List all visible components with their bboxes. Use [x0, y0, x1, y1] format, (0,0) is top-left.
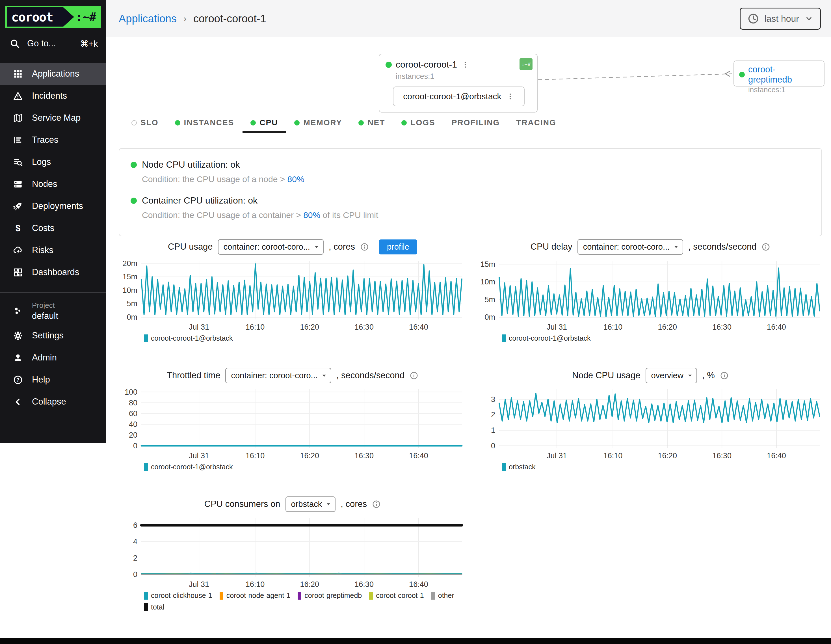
chart-plot-cpu-consumers-on[interactable]: Jul 3116:1016:2016:3016:400246: [119, 514, 466, 591]
sidebar-item-help[interactable]: ?Help: [0, 369, 106, 391]
risks-icon: [13, 245, 23, 255]
goto-search[interactable]: Go to... ⌘+k: [10, 38, 98, 49]
chart-unit-label: , cores: [329, 242, 355, 252]
sidebar-item-label: Incidents: [32, 91, 67, 101]
kebab-menu-icon-slot[interactable]: [461, 61, 470, 69]
instance-box-orbstack[interactable]: coroot-coroot-1@orbstack: [393, 86, 525, 106]
legend-item-coroot-greptimedb[interactable]: coroot-greptimedb: [298, 591, 362, 599]
linked-card-coroot-greptimedb[interactable]: coroot-greptimedb instances:1: [734, 61, 825, 86]
chart-plot-node-cpu-usage[interactable]: Jul 3116:1016:2016:3016:400123: [476, 385, 824, 462]
check-status-dot: [131, 198, 137, 204]
dashboard-icon: [13, 268, 23, 277]
sidebar-item-risks[interactable]: Risks: [0, 239, 106, 261]
chart-selector-dropdown[interactable]: container: coroot-coro...: [218, 239, 324, 255]
series-line-coroot-coroot-1-orbstack: [499, 268, 820, 316]
x-tick-label: 16:10: [603, 323, 623, 332]
sidebar-item-applications[interactable]: Applications: [0, 63, 106, 85]
sidebar-item-admin[interactable]: Admin: [0, 347, 106, 369]
sidebar-item-nodes[interactable]: Nodes: [0, 173, 106, 195]
info-icon[interactable]: [761, 242, 770, 251]
chart-legend: coroot-coroot-1@orbstack: [144, 334, 466, 342]
sidebar-item-service-map[interactable]: Service Map: [0, 107, 106, 129]
sidebar-item-project[interactable]: Project default: [0, 297, 106, 325]
legend-item-coroot-clickhouse-1[interactable]: coroot-clickhouse-1: [144, 591, 212, 599]
chart-title-row: Throttled timecontainer: coroot-coro...,…: [119, 367, 466, 384]
info-icon[interactable]: [372, 500, 381, 509]
info-icon[interactable]: [720, 371, 729, 380]
tab-status-dot: [131, 120, 137, 126]
tab-label: LOGS: [411, 118, 435, 127]
legend-item-orbstack[interactable]: orbstack: [502, 463, 535, 471]
chart-plot-throttled-time[interactable]: Jul 3116:1016:2016:3016:40020406080100: [119, 385, 466, 462]
x-tick-label: 16:10: [246, 451, 265, 460]
chart-selector-value: container: coroot-coro...: [231, 371, 317, 380]
legend-item-coroot-coroot-1-orbstack[interactable]: coroot-coroot-1@orbstack: [144, 463, 232, 471]
y-tick-label: 15m: [123, 273, 137, 281]
legend-item-coroot-coroot-1-orbstack[interactable]: coroot-coroot-1@orbstack: [502, 334, 591, 342]
x-tick-label: 16:20: [300, 451, 319, 460]
chart-title-text: Throttled time: [167, 370, 220, 381]
sidebar-item-label: Traces: [32, 135, 59, 145]
hexagons-icon-slot: [13, 306, 32, 316]
y-tick-label: 10m: [123, 286, 137, 295]
sidebar-item-settings[interactable]: Settings: [0, 325, 106, 347]
time-range-picker[interactable]: last hour: [740, 8, 821, 30]
legend-item-other[interactable]: other: [431, 591, 454, 599]
info-icon[interactable]: [360, 242, 369, 251]
kebab-icon[interactable]: [461, 61, 470, 69]
chart-plot-cpu-delay[interactable]: Jul 3116:1016:2016:3016:400m5m10m15m: [476, 257, 824, 333]
coroot-logo[interactable]: coroot :~#: [5, 6, 101, 28]
kebab-icon[interactable]: [506, 92, 514, 100]
chart-selector-dropdown[interactable]: container: coroot-coro...: [578, 239, 683, 255]
legend-item-total[interactable]: total: [144, 603, 164, 611]
chart-unit-label: , cores: [341, 499, 367, 509]
sidebar-item-incidents[interactable]: Incidents: [0, 85, 106, 107]
check-threshold-link[interactable]: 80%: [303, 210, 320, 220]
tab-label: NET: [368, 118, 385, 127]
legend-item-coroot-node-agent-1[interactable]: coroot-node-agent-1: [220, 591, 291, 599]
sidebar-item-costs[interactable]: $Costs: [0, 217, 106, 239]
sidebar-item-label: Applications: [32, 69, 79, 79]
chart-plot-cpu-usage[interactable]: Jul 3116:1016:2016:3016:400m5m10m15m20m: [119, 257, 466, 333]
x-tick-label: 16:40: [409, 451, 428, 460]
x-tick-label: 16:20: [658, 323, 677, 332]
legend-item-coroot-coroot-1[interactable]: coroot-coroot-1: [369, 591, 424, 599]
check-title: Container CPU utilization: ok: [142, 195, 258, 206]
y-tick-label: 0m: [484, 313, 495, 322]
y-tick-label: 10m: [480, 277, 495, 286]
x-tick-label: 16:30: [355, 580, 374, 588]
tab-tracing[interactable]: TRACING: [516, 118, 556, 133]
breadcrumb-applications-link[interactable]: Applications: [119, 13, 177, 25]
info-icon[interactable]: [409, 371, 418, 380]
tab-memory[interactable]: MEMORY: [294, 118, 342, 133]
tab-instances[interactable]: INSTANCES: [175, 118, 234, 133]
kebab-menu-icon-slot[interactable]: [506, 92, 514, 100]
linked-card-name[interactable]: coroot-greptimedb: [748, 64, 819, 85]
profile-button[interactable]: profile: [379, 239, 417, 254]
time-picker-label: last hour: [764, 14, 799, 24]
sidebar-item-dashboards[interactable]: Dashboards: [0, 261, 106, 283]
tab-slo[interactable]: SLO: [131, 118, 159, 133]
legend-swatch: [144, 463, 148, 471]
y-tick-label: 5m: [484, 295, 495, 304]
x-tick-label: 16:40: [409, 323, 428, 332]
bottom-bar: [0, 638, 831, 644]
chart-selector-dropdown[interactable]: orbstack: [285, 496, 336, 512]
app-card-coroot-coroot-1[interactable]: coroot-coroot-1 :~# instances:1 coroot-c…: [379, 54, 538, 113]
chart-selector-dropdown[interactable]: overview: [646, 368, 697, 383]
status-dot-green: [739, 72, 745, 78]
legend-item-coroot-coroot-1-orbstack[interactable]: coroot-coroot-1@orbstack: [144, 334, 232, 342]
y-tick-label: 1: [491, 426, 495, 435]
tab-cpu[interactable]: CPU: [250, 118, 278, 133]
sidebar-item-logs[interactable]: Logs: [0, 151, 106, 173]
charts-grid: CPU usagecontainer: coroot-coro..., core…: [119, 239, 824, 611]
sidebar-item-deployments[interactable]: Deployments: [0, 195, 106, 217]
chart-selector-dropdown[interactable]: container: coroot-coro...: [225, 368, 331, 383]
tab-logs[interactable]: LOGS: [401, 118, 435, 133]
check-threshold-link[interactable]: 80%: [287, 174, 304, 184]
sidebar-item-traces[interactable]: Traces: [0, 129, 106, 151]
tab-profiling[interactable]: PROFILING: [452, 118, 500, 133]
tab-net[interactable]: NET: [358, 118, 385, 133]
sidebar-item-collapse[interactable]: Collapse: [0, 391, 106, 413]
tab-label: INSTANCES: [184, 118, 234, 127]
